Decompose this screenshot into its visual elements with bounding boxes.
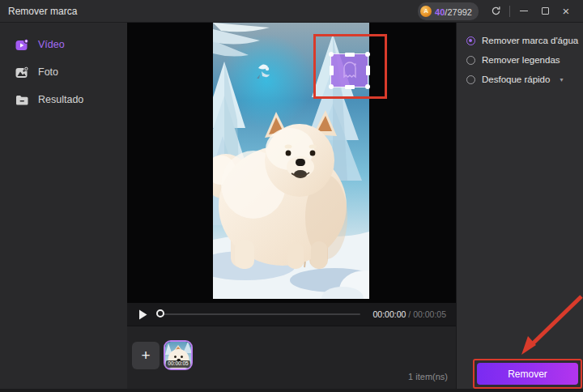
app-window: Remover marca A 40/27992 ×	[0, 0, 583, 392]
photo-icon	[15, 66, 29, 79]
ghost-watermark-icon	[341, 61, 359, 80]
maximize-icon	[542, 7, 549, 15]
resize-handle[interactable]	[329, 84, 334, 89]
option-remove-subtitles[interactable]: Remover legendas	[466, 50, 583, 70]
option-label: Desfoque rápido	[482, 75, 550, 84]
add-media-button[interactable]: +	[132, 342, 160, 369]
window-bottom-edge	[0, 389, 583, 392]
resize-handle[interactable]	[330, 66, 334, 75]
sidebar-item-resultado[interactable]: Resultado	[0, 86, 127, 113]
sidebar-item-label: Foto	[38, 66, 58, 78]
refresh-icon	[491, 6, 501, 16]
sidebar-item-video[interactable]: Vídeo	[0, 31, 127, 58]
option-quick-blur[interactable]: Desfoque rápido ▾	[466, 70, 583, 89]
item-count-label: 1 item(ns)	[408, 372, 448, 381]
radio-icon[interactable]	[466, 75, 475, 84]
plus-icon: +	[141, 347, 150, 364]
seek-track[interactable]	[156, 313, 360, 315]
video-icon	[15, 39, 29, 51]
option-label: Remover marca d'água	[482, 36, 578, 45]
window-title: Remover marca	[8, 6, 77, 17]
minimize-icon	[520, 11, 528, 12]
editor-area: 00:00:00 / 00:00:05 +	[127, 23, 456, 392]
resize-handle[interactable]	[329, 52, 334, 57]
resize-handle[interactable]	[365, 84, 370, 89]
video-preview	[127, 23, 456, 303]
close-icon: ×	[563, 5, 570, 17]
play-icon	[138, 309, 147, 320]
seek-handle[interactable]	[156, 309, 164, 317]
folder-icon	[15, 94, 29, 106]
thumbnail-duration-badge: 00:00:05	[166, 360, 190, 369]
sidebar: Vídeo Foto Resultado	[0, 23, 127, 392]
current-time: 00:00:00	[373, 309, 406, 319]
options-panel: Remover marca d'água Remover legendas De…	[456, 23, 583, 392]
option-remove-watermark[interactable]: Remover marca d'água	[466, 31, 583, 50]
seek-slider[interactable]	[156, 309, 360, 320]
maximize-button[interactable]	[534, 2, 555, 20]
radio-icon[interactable]	[466, 56, 475, 65]
credits-used: 40	[435, 7, 445, 17]
sidebar-item-label: Vídeo	[38, 39, 65, 50]
resize-handle[interactable]	[345, 85, 355, 89]
resize-handle[interactable]	[345, 53, 355, 57]
media-list-panel: +	[127, 326, 456, 392]
title-bar: Remover marca A 40/27992 ×	[0, 0, 583, 23]
sidebar-item-foto[interactable]: Foto	[0, 58, 127, 86]
titlebar-separator	[509, 6, 510, 17]
video-thumbnail[interactable]: 00:00:05	[164, 340, 193, 370]
minimize-button[interactable]	[513, 2, 534, 20]
refresh-button[interactable]	[485, 2, 506, 20]
option-label: Remover legendas	[482, 55, 560, 65]
coin-icon: A	[420, 6, 432, 17]
sidebar-item-label: Resultado	[38, 94, 83, 105]
remove-button[interactable]: Remover	[477, 363, 578, 385]
resize-handle[interactable]	[366, 66, 370, 75]
radio-selected-icon[interactable]	[466, 36, 475, 45]
watermark-selection-box[interactable]	[330, 53, 368, 87]
time-display: 00:00:00 / 00:00:05	[373, 309, 447, 319]
total-time: / 00:00:05	[406, 309, 446, 319]
play-button[interactable]	[138, 309, 148, 320]
playback-bar: 00:00:00 / 00:00:05	[127, 303, 456, 326]
close-button[interactable]: ×	[555, 2, 577, 20]
resize-handle[interactable]	[365, 52, 370, 57]
credits-total: /27992	[445, 7, 472, 17]
credits-badge[interactable]: A 40/27992	[418, 2, 479, 20]
chevron-down-icon[interactable]: ▾	[560, 76, 563, 83]
mode-options: Remover marca d'água Remover legendas De…	[457, 23, 583, 89]
